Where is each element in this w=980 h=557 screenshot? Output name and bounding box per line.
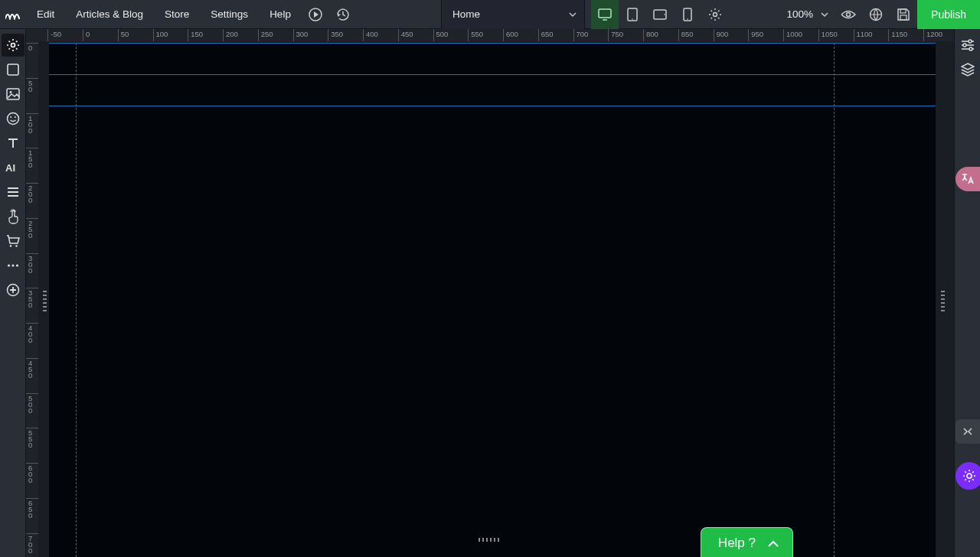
- globe-icon[interactable]: [862, 0, 890, 29]
- logo-icon[interactable]: [0, 0, 26, 29]
- collapse-widget-icon[interactable]: [956, 419, 980, 444]
- menu-store[interactable]: Store: [154, 0, 200, 28]
- svg-point-21: [9, 245, 11, 247]
- ruler-vertical[interactable]: 05 01 0 01 5 02 0 02 5 03 0 03 5 04 0 04…: [26, 41, 38, 557]
- tool-add-icon[interactable]: [2, 278, 24, 301]
- ruler-tick: 5 0: [26, 78, 38, 93]
- ruler-tick: 1000: [783, 29, 784, 41]
- ruler-tick: 0: [83, 29, 83, 41]
- device-settings-icon[interactable]: [701, 0, 729, 29]
- tool-adjustments-icon[interactable]: [956, 34, 979, 57]
- tool-rectangle-icon[interactable]: [2, 58, 24, 81]
- device-mobile[interactable]: [674, 0, 701, 29]
- ruler-tick: 4 0 0: [26, 323, 38, 344]
- play-icon[interactable]: [302, 0, 329, 29]
- tool-settings-gear-icon[interactable]: [2, 34, 24, 57]
- ruler-tick: 200: [223, 29, 224, 41]
- ruler-tick: 500: [433, 29, 434, 41]
- svg-point-9: [847, 12, 851, 16]
- ruler-tick: 1 5 0: [26, 148, 38, 168]
- device-desktop[interactable]: [591, 0, 619, 29]
- guide-horizontal[interactable]: [49, 43, 936, 44]
- page-selector-value: Home: [452, 8, 480, 20]
- preview-icon[interactable]: [835, 0, 862, 29]
- ruler-horizontal[interactable]: -500501001502002503003504004505005506006…: [26, 29, 954, 41]
- ruler-tick: 650: [538, 29, 539, 41]
- ruler-tick: 400: [363, 29, 364, 41]
- svg-point-30: [967, 474, 972, 478]
- ruler-tick: 3 5 0: [26, 288, 38, 308]
- tool-cart-icon[interactable]: [2, 230, 24, 252]
- ruler-tick: 5 0 0: [26, 393, 38, 414]
- ruler-tick: 100: [153, 29, 154, 41]
- tool-image-icon[interactable]: [2, 83, 24, 106]
- main-menu: Edit Articles & Blog Store Settings Help: [26, 0, 302, 28]
- menu-help[interactable]: Help: [259, 0, 302, 28]
- ruler-tick: 550: [468, 29, 469, 41]
- svg-point-17: [7, 113, 18, 125]
- ruler-tick: 700: [573, 29, 574, 41]
- ruler-tick: 7 0 0: [26, 533, 38, 554]
- settings-widget-icon[interactable]: [956, 462, 980, 490]
- ruler-tick: 750: [608, 29, 609, 41]
- canvas-resize-handle-left[interactable]: [43, 291, 47, 314]
- zoom-selector[interactable]: 100%: [776, 8, 835, 20]
- svg-point-22: [15, 245, 18, 247]
- ruler-tick: 0: [26, 43, 38, 51]
- svg-point-28: [963, 44, 966, 47]
- ruler-tick: 3 0 0: [26, 253, 38, 274]
- tool-layers-icon[interactable]: [956, 58, 979, 81]
- save-icon[interactable]: [890, 0, 917, 29]
- guide-vertical[interactable]: [834, 43, 835, 557]
- ruler-tick: 300: [293, 29, 294, 41]
- tool-menu-icon[interactable]: [2, 181, 24, 204]
- svg-point-13: [11, 44, 15, 47]
- canvas[interactable]: [49, 43, 936, 557]
- guide-horizontal[interactable]: [49, 74, 936, 75]
- svg-point-7: [687, 18, 688, 20]
- svg-rect-12: [900, 15, 906, 20]
- svg-point-27: [969, 40, 972, 43]
- translate-widget-icon[interactable]: [956, 167, 980, 191]
- ruler-tick: 1050: [818, 29, 819, 41]
- chevron-down-icon: [569, 12, 577, 17]
- ruler-tick: 6 0 0: [26, 463, 38, 484]
- page-selector[interactable]: Home: [441, 0, 585, 29]
- svg-point-25: [15, 264, 18, 266]
- publish-button[interactable]: Publish: [917, 0, 980, 29]
- ruler-tick: 1200: [923, 29, 924, 41]
- menu-settings[interactable]: Settings: [200, 0, 259, 28]
- svg-text:AI: AI: [5, 162, 15, 173]
- ruler-tick: 350: [328, 29, 328, 41]
- tool-text-icon[interactable]: [2, 132, 24, 155]
- canvas-viewport[interactable]: [38, 41, 954, 557]
- ruler-tick: 900: [714, 29, 714, 41]
- tool-smiley-icon[interactable]: [2, 107, 24, 130]
- canvas-resize-handle-bottom[interactable]: [479, 538, 501, 542]
- chevron-up-icon: [768, 540, 779, 547]
- menu-articles-blog[interactable]: Articles & Blog: [65, 0, 154, 28]
- menu-edit[interactable]: Edit: [26, 0, 65, 28]
- ruler-tick: -50: [47, 29, 48, 41]
- history-icon[interactable]: [329, 0, 357, 29]
- tool-more-icon[interactable]: [2, 254, 24, 277]
- ruler-tick: 850: [678, 29, 679, 41]
- ruler-tick: 50: [118, 29, 119, 41]
- svg-rect-1: [599, 9, 611, 18]
- guide-horizontal[interactable]: [49, 106, 936, 106]
- device-tablet-portrait[interactable]: [619, 0, 646, 29]
- chevron-down-icon: [821, 12, 828, 17]
- ruler-tick: 6 5 0: [26, 498, 38, 519]
- guide-vertical[interactable]: [76, 43, 77, 557]
- ruler-tick: 950: [748, 29, 749, 41]
- svg-rect-14: [8, 64, 18, 75]
- tool-ai-icon[interactable]: AI: [2, 156, 24, 179]
- device-tablet-landscape[interactable]: [646, 0, 674, 29]
- svg-point-29: [969, 47, 972, 50]
- help-widget[interactable]: Help ?: [701, 527, 793, 557]
- top-bar: Edit Articles & Blog Store Settings Help…: [0, 0, 980, 29]
- svg-point-18: [10, 116, 11, 118]
- canvas-resize-handle-right[interactable]: [941, 291, 945, 314]
- tool-touch-icon[interactable]: [2, 205, 24, 228]
- ruler-tick: 4 5 0: [26, 358, 38, 379]
